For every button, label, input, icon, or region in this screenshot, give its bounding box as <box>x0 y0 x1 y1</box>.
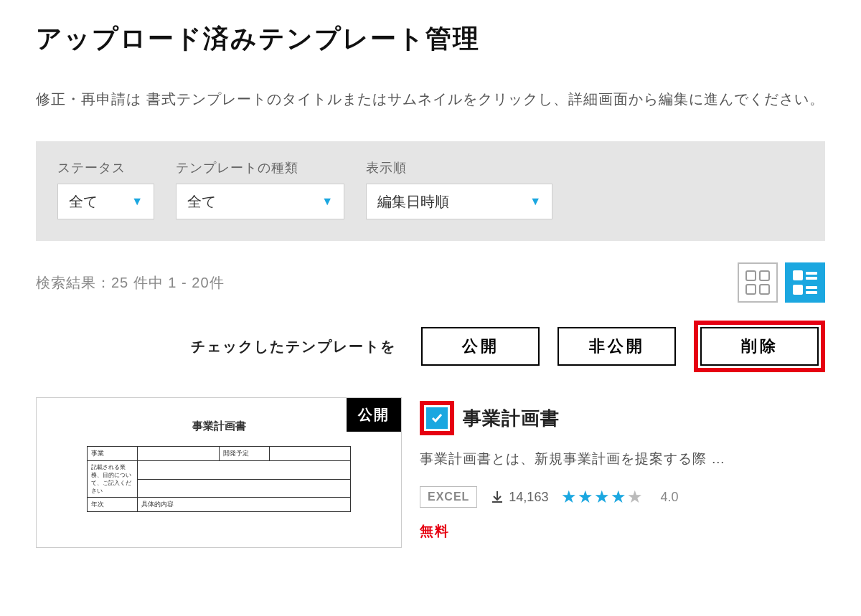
status-badge: 公開 <box>347 398 401 432</box>
chevron-down-icon: ▼ <box>530 195 541 208</box>
filter-status-value: 全て <box>69 192 98 212</box>
rating-number: 4.0 <box>660 490 678 505</box>
item-checkbox[interactable] <box>426 407 448 429</box>
chevron-down-icon: ▼ <box>131 195 143 208</box>
price-label: 無料 <box>420 522 825 541</box>
grid-icon <box>745 270 770 295</box>
filter-type-value: 全て <box>187 192 216 212</box>
filter-sort-value: 編集日時順 <box>377 192 449 212</box>
filter-type-select[interactable]: 全て ▼ <box>176 184 344 219</box>
star-icon: ★ <box>611 487 626 507</box>
download-icon <box>490 490 504 504</box>
page-description: 修正・再申請は 書式テンプレートのタイトルまたはサムネイルをクリックし、詳細画面… <box>36 85 825 113</box>
item-title[interactable]: 事業計画書 <box>463 406 560 431</box>
thumb-doc-table: 事業開発予定 記載される業務、目的について、ご記入ください 年次具体的内容 <box>87 446 351 512</box>
delete-button[interactable]: 削除 <box>700 327 819 366</box>
star-icon: ★ <box>594 487 610 507</box>
star-empty-icon: ★ <box>627 487 643 507</box>
filter-type-label: テンプレートの種類 <box>176 159 344 176</box>
filter-sort-label: 表示順 <box>366 159 552 176</box>
format-badge: EXCEL <box>420 486 477 508</box>
checkbox-highlight <box>420 401 454 435</box>
item-description: 事業計画書とは、新規事業計画を提案する際 … <box>420 450 825 468</box>
bulk-action-label: チェックしたテンプレートを <box>191 337 396 356</box>
rating-stars: ★ ★ ★ ★ ★ <box>561 487 643 507</box>
template-item: 事業計画書 事業開発予定 記載される業務、目的について、ご記入ください 年次具体… <box>36 397 825 548</box>
star-icon: ★ <box>578 487 593 507</box>
thumb-doc-title: 事業計画書 <box>87 420 351 433</box>
star-icon: ★ <box>561 487 577 507</box>
publish-button[interactable]: 公開 <box>421 327 540 366</box>
filter-status-label: ステータス <box>57 159 154 176</box>
check-icon <box>430 411 444 425</box>
download-count: 14,163 <box>509 490 548 505</box>
filter-sort-select[interactable]: 編集日時順 ▼ <box>366 184 552 219</box>
chevron-down-icon: ▼ <box>321 195 333 208</box>
unpublish-button[interactable]: 非公開 <box>557 327 676 366</box>
delete-highlight: 削除 <box>694 321 825 372</box>
list-view-button[interactable] <box>785 262 825 303</box>
filter-bar: ステータス 全て ▼ テンプレートの種類 全て ▼ 表示順 編集日時順 ▼ <box>36 141 825 241</box>
template-thumbnail[interactable]: 事業計画書 事業開発予定 記載される業務、目的について、ご記入ください 年次具体… <box>36 397 402 548</box>
filter-status-select[interactable]: 全て ▼ <box>57 184 154 219</box>
grid-view-button[interactable] <box>738 262 778 303</box>
page-title: アップロード済みテンプレート管理 <box>36 22 825 57</box>
results-count: 検索結果：25 件中 1 - 20件 <box>36 273 225 293</box>
list-icon <box>793 270 817 295</box>
